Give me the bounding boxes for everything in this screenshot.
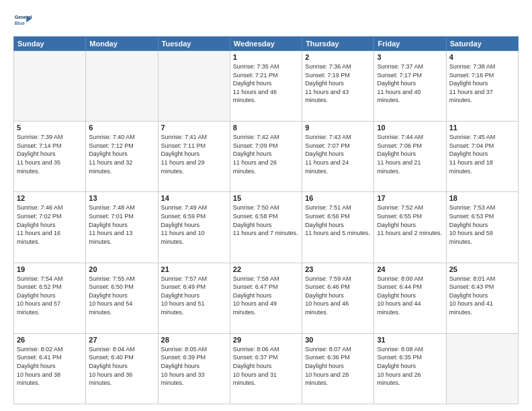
calendar-cell: 2 Sunrise: 7:36 AMSunset: 7:19 PMDayligh… — [302, 51, 374, 122]
day-info: Sunrise: 7:44 AMSunset: 7:06 PMDaylight … — [377, 133, 443, 175]
day-number: 12 — [17, 194, 83, 202]
day-number: 27 — [89, 336, 154, 344]
header: General Blue — [13, 11, 519, 30]
week-row-5: 26 Sunrise: 8:02 AMSunset: 6:41 PMDaylig… — [14, 333, 519, 404]
weekday-header-row: SundayMondayTuesdayWednesdayThursdayFrid… — [14, 37, 519, 51]
day-info: Sunrise: 7:38 AMSunset: 7:16 PMDaylight … — [449, 62, 515, 105]
calendar-cell: 22 Sunrise: 7:58 AMSunset: 6:47 PMDaylig… — [230, 263, 302, 333]
day-info: Sunrise: 7:45 AMSunset: 7:04 PMDaylight … — [449, 133, 515, 175]
day-info: Sunrise: 7:53 AMSunset: 6:53 PMDaylight … — [449, 203, 515, 246]
calendar-cell — [158, 51, 230, 122]
calendar-cell: 7 Sunrise: 7:41 AMSunset: 7:11 PMDayligh… — [158, 122, 230, 192]
week-row-2: 5 Sunrise: 7:39 AMSunset: 7:14 PMDayligh… — [14, 122, 519, 192]
calendar-cell: 12 Sunrise: 7:46 AMSunset: 7:02 PMDaylig… — [14, 192, 86, 263]
svg-text:Blue: Blue — [15, 21, 25, 26]
weekday-header-sunday: Sunday — [14, 37, 86, 51]
day-number: 29 — [233, 336, 299, 344]
calendar-cell — [86, 51, 158, 122]
day-info: Sunrise: 7:57 AMSunset: 6:49 PMDaylight … — [161, 275, 227, 317]
day-info: Sunrise: 8:01 AMSunset: 6:43 PMDaylight … — [449, 275, 515, 317]
logo-icon: General Blue — [13, 11, 32, 30]
calendar-cell: 4 Sunrise: 7:38 AMSunset: 7:16 PMDayligh… — [446, 51, 518, 122]
calendar-table: SundayMondayTuesdayWednesdayThursdayFrid… — [13, 36, 519, 404]
calendar-cell: 10 Sunrise: 7:44 AMSunset: 7:06 PMDaylig… — [374, 122, 446, 192]
day-info: Sunrise: 8:06 AMSunset: 6:37 PMDaylight … — [233, 345, 299, 387]
day-info: Sunrise: 7:41 AMSunset: 7:11 PMDaylight … — [161, 133, 227, 175]
week-row-3: 12 Sunrise: 7:46 AMSunset: 7:02 PMDaylig… — [14, 192, 519, 263]
calendar-cell: 13 Sunrise: 7:48 AMSunset: 7:01 PMDaylig… — [86, 192, 158, 263]
day-info: Sunrise: 7:49 AMSunset: 6:59 PMDaylight … — [161, 203, 227, 246]
calendar-cell: 26 Sunrise: 8:02 AMSunset: 6:41 PMDaylig… — [14, 333, 86, 404]
week-row-1: 1 Sunrise: 7:35 AMSunset: 7:21 PMDayligh… — [14, 51, 519, 122]
day-number: 17 — [377, 194, 443, 202]
calendar-cell: 8 Sunrise: 7:42 AMSunset: 7:09 PMDayligh… — [230, 122, 302, 192]
day-number: 23 — [305, 265, 371, 273]
calendar-cell: 14 Sunrise: 7:49 AMSunset: 6:59 PMDaylig… — [158, 192, 230, 263]
day-number: 25 — [449, 265, 515, 273]
calendar-cell: 24 Sunrise: 8:00 AMSunset: 6:44 PMDaylig… — [374, 263, 446, 333]
day-number: 21 — [161, 265, 227, 273]
day-info: Sunrise: 7:37 AMSunset: 7:17 PMDaylight … — [377, 62, 443, 105]
calendar-cell — [446, 333, 518, 404]
day-number: 2 — [305, 53, 371, 61]
day-info: Sunrise: 8:00 AMSunset: 6:44 PMDaylight … — [377, 275, 443, 317]
day-number: 31 — [377, 336, 443, 344]
day-number: 15 — [233, 194, 299, 202]
weekday-header-wednesday: Wednesday — [230, 37, 302, 51]
day-number: 7 — [161, 124, 227, 132]
day-info: Sunrise: 7:58 AMSunset: 6:47 PMDaylight … — [233, 275, 299, 317]
day-info: Sunrise: 7:46 AMSunset: 7:02 PMDaylight … — [17, 203, 83, 246]
day-info: Sunrise: 7:54 AMSunset: 6:52 PMDaylight … — [17, 275, 83, 317]
calendar-cell: 25 Sunrise: 8:01 AMSunset: 6:43 PMDaylig… — [446, 263, 518, 333]
day-info: Sunrise: 7:51 AMSunset: 6:56 PMDaylight … — [305, 203, 371, 237]
day-info: Sunrise: 7:50 AMSunset: 6:58 PMDaylight … — [233, 203, 299, 237]
weekday-header-thursday: Thursday — [302, 37, 374, 51]
day-number: 20 — [89, 265, 154, 273]
day-number: 28 — [161, 336, 227, 344]
calendar-cell: 16 Sunrise: 7:51 AMSunset: 6:56 PMDaylig… — [302, 192, 374, 263]
calendar-cell: 20 Sunrise: 7:55 AMSunset: 6:50 PMDaylig… — [86, 263, 158, 333]
calendar-cell: 27 Sunrise: 8:04 AMSunset: 6:40 PMDaylig… — [86, 333, 158, 404]
day-number: 22 — [233, 265, 299, 273]
day-number: 1 — [233, 53, 299, 61]
calendar-cell: 29 Sunrise: 8:06 AMSunset: 6:37 PMDaylig… — [230, 333, 302, 404]
day-number: 11 — [449, 124, 515, 132]
day-info: Sunrise: 7:48 AMSunset: 7:01 PMDaylight … — [89, 203, 154, 246]
day-number: 9 — [305, 124, 371, 132]
week-row-4: 19 Sunrise: 7:54 AMSunset: 6:52 PMDaylig… — [14, 263, 519, 333]
day-number: 10 — [377, 124, 443, 132]
day-info: Sunrise: 7:52 AMSunset: 6:55 PMDaylight … — [377, 203, 443, 237]
day-info: Sunrise: 7:42 AMSunset: 7:09 PMDaylight … — [233, 133, 299, 175]
calendar-cell: 21 Sunrise: 7:57 AMSunset: 6:49 PMDaylig… — [158, 263, 230, 333]
day-number: 18 — [449, 194, 515, 202]
day-info: Sunrise: 7:35 AMSunset: 7:21 PMDaylight … — [233, 62, 299, 105]
calendar-cell: 1 Sunrise: 7:35 AMSunset: 7:21 PMDayligh… — [230, 51, 302, 122]
day-number: 5 — [17, 124, 83, 132]
weekday-header-friday: Friday — [374, 37, 446, 51]
day-number: 3 — [377, 53, 443, 61]
weekday-header-tuesday: Tuesday — [158, 37, 230, 51]
day-number: 16 — [305, 194, 371, 202]
day-number: 4 — [449, 53, 515, 61]
calendar-cell: 6 Sunrise: 7:40 AMSunset: 7:12 PMDayligh… — [86, 122, 158, 192]
calendar-cell: 30 Sunrise: 8:07 AMSunset: 6:36 PMDaylig… — [302, 333, 374, 404]
day-info: Sunrise: 7:40 AMSunset: 7:12 PMDaylight … — [89, 133, 154, 175]
day-info: Sunrise: 7:59 AMSunset: 6:46 PMDaylight … — [305, 275, 371, 317]
day-info: Sunrise: 8:08 AMSunset: 6:35 PMDaylight … — [377, 345, 443, 387]
day-number: 13 — [89, 194, 154, 202]
day-number: 8 — [233, 124, 299, 132]
day-number: 24 — [377, 265, 443, 273]
weekday-header-saturday: Saturday — [446, 37, 518, 51]
calendar-cell: 31 Sunrise: 8:08 AMSunset: 6:35 PMDaylig… — [374, 333, 446, 404]
calendar-cell — [14, 51, 86, 122]
calendar-cell: 23 Sunrise: 7:59 AMSunset: 6:46 PMDaylig… — [302, 263, 374, 333]
calendar-cell: 11 Sunrise: 7:45 AMSunset: 7:04 PMDaylig… — [446, 122, 518, 192]
day-info: Sunrise: 7:55 AMSunset: 6:50 PMDaylight … — [89, 275, 154, 317]
day-info: Sunrise: 8:02 AMSunset: 6:41 PMDaylight … — [17, 345, 83, 387]
day-info: Sunrise: 8:04 AMSunset: 6:40 PMDaylight … — [89, 345, 154, 387]
day-info: Sunrise: 7:36 AMSunset: 7:19 PMDaylight … — [305, 62, 371, 105]
day-number: 19 — [17, 265, 83, 273]
day-number: 26 — [17, 336, 83, 344]
calendar-cell: 18 Sunrise: 7:53 AMSunset: 6:53 PMDaylig… — [446, 192, 518, 263]
weekday-header-monday: Monday — [86, 37, 158, 51]
